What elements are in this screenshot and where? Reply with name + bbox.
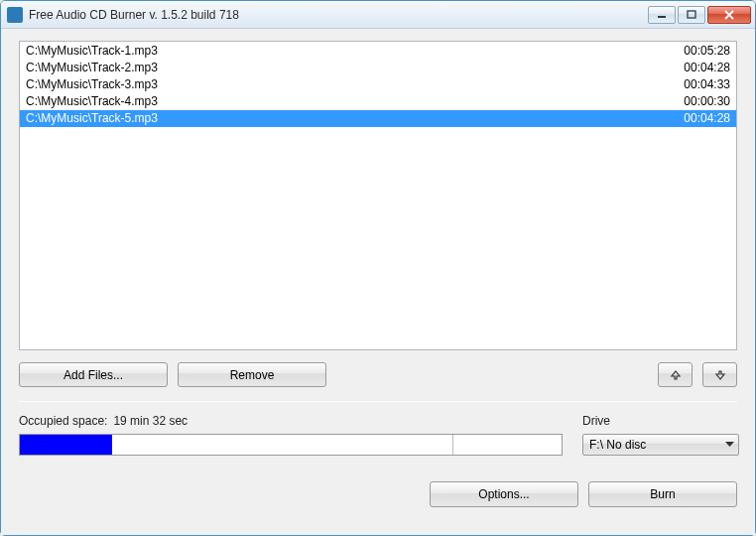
progress-segment-remaining: [453, 435, 562, 455]
arrow-down-icon: [714, 369, 726, 381]
track-list[interactable]: C:\MyMusic\Track-1.mp300:05:28C:\MyMusic…: [19, 41, 737, 350]
track-row[interactable]: C:\MyMusic\Track-4.mp300:00:30: [20, 93, 736, 110]
close-icon: [723, 10, 735, 20]
remove-button[interactable]: Remove: [178, 362, 326, 387]
bottom-actions: Options... Burn: [19, 481, 737, 507]
progress-segment-empty: [112, 435, 452, 455]
svg-rect-1: [688, 11, 695, 18]
app-icon: [7, 7, 23, 23]
track-row[interactable]: C:\MyMusic\Track-3.mp300:04:33: [20, 76, 736, 93]
track-path: C:\MyMusic\Track-4.mp3: [26, 93, 158, 110]
progress-fill: [20, 435, 112, 455]
drive-value: F:\ No disc: [589, 438, 725, 452]
track-row[interactable]: C:\MyMusic\Track-1.mp300:05:28: [20, 43, 736, 60]
svg-rect-0: [658, 16, 666, 18]
track-row[interactable]: C:\MyMusic\Track-5.mp300:04:28: [20, 110, 736, 127]
maximize-icon: [687, 10, 696, 20]
chevron-down-icon: [725, 442, 734, 448]
app-window: Free Audio CD Burner v. 1.5.2 build 718 …: [0, 0, 756, 536]
track-path: C:\MyMusic\Track-3.mp3: [26, 76, 158, 93]
arrow-up-icon: [670, 369, 682, 381]
minimize-icon: [657, 10, 667, 20]
titlebar[interactable]: Free Audio CD Burner v. 1.5.2 build 718: [1, 1, 755, 29]
move-down-button[interactable]: [702, 362, 737, 387]
divider: [19, 401, 737, 402]
drive-label: Drive: [582, 414, 739, 428]
track-duration: 00:00:30: [684, 93, 730, 110]
track-path: C:\MyMusic\Track-5.mp3: [26, 110, 158, 127]
occupied-progress: [19, 434, 563, 456]
occupied-space-text: Occupied space: 19 min 32 sec: [19, 414, 563, 428]
window-title: Free Audio CD Burner v. 1.5.2 build 718: [29, 8, 648, 22]
track-path: C:\MyMusic\Track-1.mp3: [26, 43, 158, 60]
minimize-button[interactable]: [648, 6, 676, 24]
track-duration: 00:04:33: [684, 76, 730, 93]
track-row[interactable]: C:\MyMusic\Track-2.mp300:04:28: [20, 60, 736, 76]
occupied-label: Occupied space:: [19, 414, 107, 428]
drive-select[interactable]: F:\ No disc: [582, 434, 739, 456]
move-up-button[interactable]: [658, 362, 693, 387]
space-row: Occupied space: 19 min 32 sec Drive F:\ …: [19, 414, 737, 456]
list-action-row: Add Files... Remove: [19, 362, 737, 387]
add-files-button[interactable]: Add Files...: [19, 362, 168, 387]
content-area: C:\MyMusic\Track-1.mp300:05:28C:\MyMusic…: [1, 29, 755, 535]
window-controls: [648, 6, 751, 24]
close-button[interactable]: [707, 6, 751, 24]
track-duration: 00:04:28: [684, 110, 730, 127]
options-button[interactable]: Options...: [430, 481, 578, 507]
maximize-button[interactable]: [678, 6, 705, 24]
track-duration: 00:04:28: [684, 60, 730, 76]
burn-button[interactable]: Burn: [588, 481, 737, 507]
occupied-value: 19 min 32 sec: [113, 414, 188, 428]
track-path: C:\MyMusic\Track-2.mp3: [26, 60, 158, 76]
track-duration: 00:05:28: [684, 43, 730, 60]
